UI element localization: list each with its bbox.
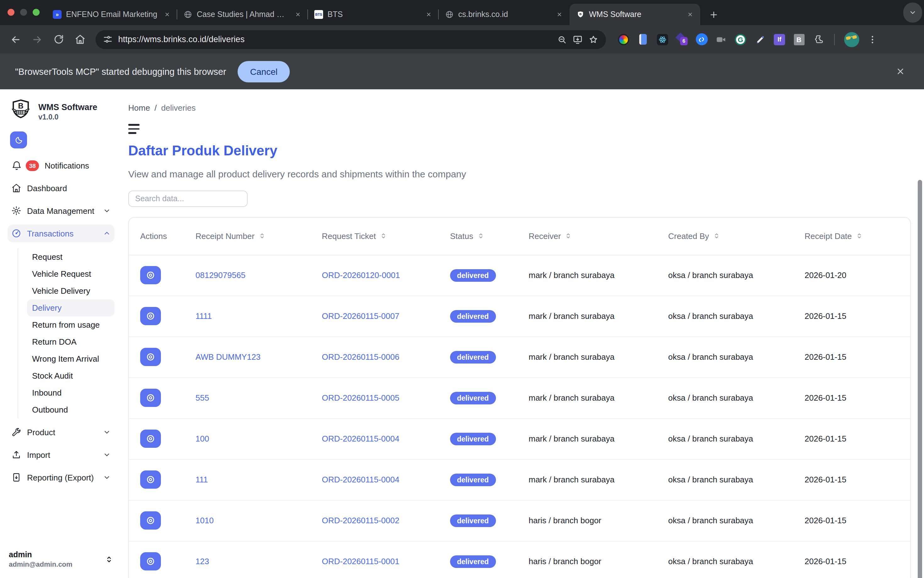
site-settings-icon[interactable] [103, 34, 113, 44]
sort-icon[interactable] [380, 232, 387, 240]
install-app-icon[interactable] [573, 34, 583, 44]
user-box[interactable]: admin admin@admin.com [9, 550, 113, 568]
sort-icon[interactable] [258, 232, 266, 240]
sidebar-subitem-inbound[interactable]: Inbound [27, 384, 114, 401]
tab-wms-software[interactable]: BWMS Software [570, 4, 700, 25]
tab-cs-brinks-co-id[interactable]: cs.brinks.co.id [439, 4, 570, 25]
sort-icon[interactable] [477, 232, 485, 240]
request-ticket-link[interactable]: ORD-20260115-0001 [322, 557, 450, 566]
view-detail-button[interactable] [140, 471, 161, 489]
browser-menu-icon[interactable] [867, 34, 877, 44]
request-ticket-link[interactable]: ORD-20260120-0001 [322, 270, 450, 280]
tab-close-icon[interactable] [293, 10, 303, 19]
sidebar-subitem-request[interactable]: Request [27, 248, 114, 265]
infobar-close-icon[interactable] [891, 63, 909, 80]
sidebar-item-transactions[interactable]: Transactions [8, 224, 114, 242]
sidebar-subitem-wrong-item-arrival[interactable]: Wrong Item Arrival [27, 350, 114, 367]
column-header-receipt-number[interactable]: Receipt Number [196, 231, 322, 240]
pen-tool-icon[interactable] [754, 33, 766, 45]
view-detail-button[interactable] [140, 430, 161, 448]
sidebar-subitem-return-from-usage[interactable]: Return from usage [27, 317, 114, 333]
sidebar-item-data-management[interactable]: Data Management [8, 202, 114, 219]
tab-case-studies-ahmad-giofad[interactable]: Case Studies | Ahmad Giofad [177, 4, 308, 25]
vue-badge-icon[interactable]: 6 [676, 33, 688, 45]
column-header-status[interactable]: Status [450, 231, 529, 240]
minimize-window-button[interactable] [20, 9, 27, 16]
receipt-number-link[interactable]: 1111 [196, 311, 322, 321]
sidebar-subitem-stock-audit[interactable]: Stock Audit [27, 367, 114, 384]
tab-enfeno-email-marketing[interactable]: »ENFENO Email Marketing [47, 4, 177, 25]
tab-close-icon[interactable] [554, 10, 565, 19]
page-scrollbar-thumb[interactable] [918, 180, 922, 578]
home-icon[interactable] [70, 30, 89, 49]
column-header-receiver[interactable]: Receiver [529, 231, 668, 240]
tab-close-icon[interactable] [424, 10, 434, 19]
grammarly-icon[interactable]: G [734, 33, 747, 45]
new-tab-button[interactable] [705, 6, 722, 23]
sidebar-subitem-delivery[interactable]: Delivery [27, 299, 114, 317]
sidebar-toggle-hamburger[interactable] [128, 124, 141, 134]
sort-icon[interactable] [856, 232, 863, 240]
receipt-number-link[interactable]: 123 [196, 557, 322, 566]
profile-avatar[interactable] [844, 32, 859, 47]
request-ticket-link[interactable]: ORD-20260115-0004 [322, 434, 450, 443]
b-extension-icon[interactable]: B [793, 33, 805, 45]
column-header-created-by[interactable]: Created By [668, 231, 804, 240]
blue-doc-icon[interactable] [637, 33, 649, 45]
colorzilla-icon[interactable] [617, 33, 630, 45]
sidebar-item-dashboard[interactable]: Dashboard [8, 179, 114, 197]
breadcrumb-home[interactable]: Home [128, 103, 150, 113]
forward-icon[interactable] [28, 30, 47, 49]
react-devtools-icon[interactable] [656, 33, 669, 45]
dark-mode-toggle[interactable] [10, 132, 27, 148]
request-ticket-link[interactable]: ORD-20260115-0007 [322, 311, 450, 321]
sidebar-item-product[interactable]: Product [8, 423, 114, 441]
view-detail-button[interactable] [140, 511, 161, 529]
tab-close-icon[interactable] [685, 10, 695, 19]
sort-icon[interactable] [565, 232, 572, 240]
sort-icon[interactable] [713, 232, 720, 240]
screen-recorder-icon[interactable] [715, 33, 727, 45]
back-icon[interactable] [6, 30, 25, 49]
close-window-button[interactable] [8, 9, 15, 16]
extensions-puzzle-icon[interactable] [812, 33, 825, 45]
reload-icon[interactable] [49, 30, 68, 49]
search-input[interactable] [128, 190, 248, 206]
sidebar-subitem-outbound[interactable]: Outbound [27, 401, 114, 418]
view-detail-button[interactable] [140, 389, 161, 407]
url-text[interactable]: https://wms.brinks.co.id/deliveries [118, 34, 551, 44]
request-ticket-link[interactable]: ORD-20260115-0005 [322, 393, 450, 403]
view-detail-button[interactable] [140, 307, 161, 325]
tab-bts[interactable]: BTSBTS [308, 4, 439, 25]
receipt-number-link[interactable]: 111 [196, 475, 322, 484]
column-header-receipt-date[interactable]: Receipt Date [804, 231, 910, 240]
chevrons-up-down-icon[interactable] [105, 555, 113, 563]
cancel-button[interactable]: Cancel [238, 61, 290, 82]
sidebar-subitem-vehicle-request[interactable]: Vehicle Request [27, 265, 114, 283]
receipt-number-link[interactable]: 08129079565 [196, 270, 322, 280]
zoom-search-icon[interactable] [557, 34, 567, 44]
view-detail-button[interactable] [140, 552, 161, 570]
sidebar-item-import[interactable]: Import [8, 446, 114, 464]
request-ticket-link[interactable]: ORD-20260115-0006 [322, 352, 450, 362]
sidebar-item-reporting[interactable]: Reporting (Export) [8, 469, 114, 486]
request-ticket-link[interactable]: ORD-20260115-0004 [322, 475, 450, 484]
request-ticket-link[interactable]: ORD-20260115-0002 [322, 516, 450, 525]
sidebar-subitem-return-doa[interactable]: Return DOA [27, 333, 114, 350]
view-detail-button[interactable] [140, 348, 161, 366]
tab-search-chevron-button[interactable] [903, 3, 922, 23]
receipt-number-link[interactable]: 1010 [196, 516, 322, 525]
sidebar-item-notifications[interactable]: 38Notifications [8, 157, 114, 174]
receipt-number-link[interactable]: 555 [196, 393, 322, 403]
receipt-number-link[interactable]: AWB DUMMY123 [196, 352, 322, 362]
address-bar[interactable]: https://wms.brinks.co.id/deliveries [95, 30, 606, 49]
bookmark-star-icon[interactable] [588, 34, 599, 44]
sidebar-subitem-vehicle-delivery[interactable]: Vehicle Delivery [27, 283, 114, 299]
tab-close-icon[interactable] [162, 10, 172, 19]
receipt-number-link[interactable]: 100 [196, 434, 322, 443]
view-detail-button[interactable] [140, 266, 161, 284]
ifttt-icon[interactable]: If [773, 33, 786, 45]
column-header-request-ticket[interactable]: Request Ticket [322, 231, 450, 240]
shazam-icon[interactable] [695, 33, 708, 45]
maximize-window-button[interactable] [33, 9, 40, 16]
